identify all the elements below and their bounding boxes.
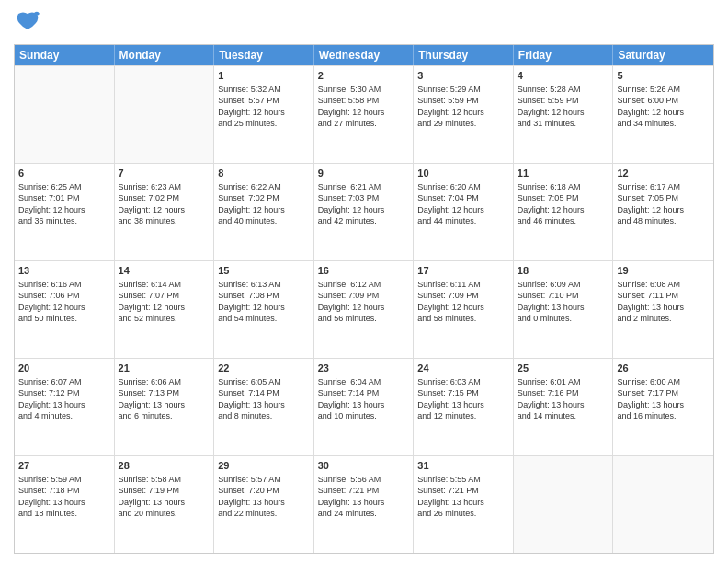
cell-content: Sunrise: 6:11 AM Sunset: 7:09 PM Dayligh… <box>417 279 509 324</box>
day-number: 27 <box>18 459 110 472</box>
calendar-cell: 22Sunrise: 6:05 AM Sunset: 7:14 PM Dayli… <box>214 359 314 455</box>
calendar-row: 20Sunrise: 6:07 AM Sunset: 7:12 PM Dayli… <box>15 358 713 455</box>
day-number: 5 <box>617 69 710 82</box>
cell-content: Sunrise: 5:32 AM Sunset: 5:57 PM Dayligh… <box>218 84 310 129</box>
cell-content: Sunrise: 6:06 AM Sunset: 7:13 PM Dayligh… <box>119 376 210 421</box>
cell-content: Sunrise: 5:28 AM Sunset: 5:59 PM Dayligh… <box>518 84 609 129</box>
calendar-cell: 16Sunrise: 6:12 AM Sunset: 7:09 PM Dayli… <box>314 261 415 358</box>
cell-content: Sunrise: 5:58 AM Sunset: 7:19 PM Dayligh… <box>119 474 210 519</box>
cell-content: Sunrise: 5:26 AM Sunset: 6:00 PM Dayligh… <box>617 84 710 129</box>
calendar-cell <box>115 66 215 163</box>
calendar-cell <box>15 66 115 163</box>
day-number: 14 <box>119 264 210 277</box>
day-number: 2 <box>318 69 410 82</box>
day-number: 18 <box>518 264 609 277</box>
day-number: 3 <box>417 69 509 82</box>
cell-content: Sunrise: 5:29 AM Sunset: 5:59 PM Dayligh… <box>417 84 509 129</box>
day-number: 6 <box>18 167 110 179</box>
day-number: 13 <box>18 264 110 277</box>
cell-content: Sunrise: 6:18 AM Sunset: 7:05 PM Dayligh… <box>518 181 609 226</box>
day-of-week-header: Wednesday <box>314 45 415 65</box>
day-of-week-header: Thursday <box>414 45 514 65</box>
day-of-week-header: Tuesday <box>214 45 314 65</box>
calendar-cell: 26Sunrise: 6:00 AM Sunset: 7:17 PM Dayli… <box>613 359 713 455</box>
calendar-cell: 9Sunrise: 6:21 AM Sunset: 7:03 PM Daylig… <box>314 164 415 260</box>
day-number: 30 <box>318 459 410 472</box>
cell-content: Sunrise: 6:03 AM Sunset: 7:15 PM Dayligh… <box>417 376 509 421</box>
cell-content: Sunrise: 5:57 AM Sunset: 7:20 PM Dayligh… <box>218 474 310 519</box>
calendar-row: 27Sunrise: 5:59 AM Sunset: 7:18 PM Dayli… <box>15 455 713 553</box>
cell-content: Sunrise: 6:12 AM Sunset: 7:09 PM Dayligh… <box>318 279 410 324</box>
calendar-cell: 14Sunrise: 6:14 AM Sunset: 7:07 PM Dayli… <box>115 261 215 358</box>
calendar-cell: 25Sunrise: 6:01 AM Sunset: 7:16 PM Dayli… <box>514 359 614 455</box>
cell-content: Sunrise: 6:25 AM Sunset: 7:01 PM Dayligh… <box>18 181 110 226</box>
cell-content: Sunrise: 6:04 AM Sunset: 7:14 PM Dayligh… <box>318 376 410 421</box>
day-number: 8 <box>218 167 310 179</box>
calendar-cell: 20Sunrise: 6:07 AM Sunset: 7:12 PM Dayli… <box>15 359 115 455</box>
day-of-week-header: Sunday <box>15 45 115 65</box>
calendar-row: 6Sunrise: 6:25 AM Sunset: 7:01 PM Daylig… <box>15 163 713 260</box>
day-number: 21 <box>119 362 210 374</box>
calendar-row: 1Sunrise: 5:32 AM Sunset: 5:57 PM Daylig… <box>15 65 713 163</box>
cell-content: Sunrise: 6:01 AM Sunset: 7:16 PM Dayligh… <box>518 376 609 421</box>
logo <box>14 9 45 37</box>
day-number: 17 <box>417 264 509 277</box>
day-of-week-header: Friday <box>514 45 614 65</box>
calendar-cell: 19Sunrise: 6:08 AM Sunset: 7:11 PM Dayli… <box>613 261 713 358</box>
day-number: 29 <box>218 459 310 472</box>
calendar-cell <box>514 456 614 553</box>
cell-content: Sunrise: 5:56 AM Sunset: 7:21 PM Dayligh… <box>318 474 410 519</box>
calendar-cell: 2Sunrise: 5:30 AM Sunset: 5:58 PM Daylig… <box>314 66 415 163</box>
cell-content: Sunrise: 6:00 AM Sunset: 7:17 PM Dayligh… <box>617 376 710 421</box>
calendar-body: 1Sunrise: 5:32 AM Sunset: 5:57 PM Daylig… <box>15 65 713 553</box>
day-number: 19 <box>617 264 710 277</box>
day-number: 25 <box>518 362 609 374</box>
calendar-cell: 27Sunrise: 5:59 AM Sunset: 7:18 PM Dayli… <box>15 456 115 553</box>
day-number: 26 <box>617 362 710 374</box>
calendar-cell: 28Sunrise: 5:58 AM Sunset: 7:19 PM Dayli… <box>115 456 215 553</box>
calendar-cell: 17Sunrise: 6:11 AM Sunset: 7:09 PM Dayli… <box>414 261 514 358</box>
logo-icon <box>14 9 41 37</box>
calendar-cell: 21Sunrise: 6:06 AM Sunset: 7:13 PM Dayli… <box>115 359 215 455</box>
header <box>14 9 714 37</box>
calendar-cell: 18Sunrise: 6:09 AM Sunset: 7:10 PM Dayli… <box>514 261 614 358</box>
cell-content: Sunrise: 5:30 AM Sunset: 5:58 PM Dayligh… <box>318 84 410 129</box>
calendar-cell: 5Sunrise: 5:26 AM Sunset: 6:00 PM Daylig… <box>613 66 713 163</box>
calendar-cell: 12Sunrise: 6:17 AM Sunset: 7:05 PM Dayli… <box>613 164 713 260</box>
calendar-cell: 6Sunrise: 6:25 AM Sunset: 7:01 PM Daylig… <box>15 164 115 260</box>
cell-content: Sunrise: 6:16 AM Sunset: 7:06 PM Dayligh… <box>18 279 110 324</box>
calendar-cell: 31Sunrise: 5:55 AM Sunset: 7:21 PM Dayli… <box>414 456 514 553</box>
calendar: SundayMondayTuesdayWednesdayThursdayFrid… <box>14 44 714 554</box>
day-number: 9 <box>318 167 410 179</box>
day-number: 7 <box>119 167 210 179</box>
cell-content: Sunrise: 6:09 AM Sunset: 7:10 PM Dayligh… <box>518 279 609 324</box>
calendar-cell <box>613 456 713 553</box>
cell-content: Sunrise: 6:17 AM Sunset: 7:05 PM Dayligh… <box>617 181 710 226</box>
calendar-cell: 30Sunrise: 5:56 AM Sunset: 7:21 PM Dayli… <box>314 456 415 553</box>
calendar-cell: 4Sunrise: 5:28 AM Sunset: 5:59 PM Daylig… <box>514 66 614 163</box>
calendar-cell: 13Sunrise: 6:16 AM Sunset: 7:06 PM Dayli… <box>15 261 115 358</box>
cell-content: Sunrise: 6:21 AM Sunset: 7:03 PM Dayligh… <box>318 181 410 226</box>
calendar-cell: 24Sunrise: 6:03 AM Sunset: 7:15 PM Dayli… <box>414 359 514 455</box>
calendar-cell: 7Sunrise: 6:23 AM Sunset: 7:02 PM Daylig… <box>115 164 215 260</box>
cell-content: Sunrise: 6:23 AM Sunset: 7:02 PM Dayligh… <box>119 181 210 226</box>
calendar-row: 13Sunrise: 6:16 AM Sunset: 7:06 PM Dayli… <box>15 260 713 358</box>
cell-content: Sunrise: 6:13 AM Sunset: 7:08 PM Dayligh… <box>218 279 310 324</box>
day-number: 11 <box>518 167 609 179</box>
calendar-cell: 3Sunrise: 5:29 AM Sunset: 5:59 PM Daylig… <box>414 66 514 163</box>
day-number: 10 <box>417 167 509 179</box>
day-number: 31 <box>417 459 509 472</box>
cell-content: Sunrise: 6:20 AM Sunset: 7:04 PM Dayligh… <box>417 181 509 226</box>
cell-content: Sunrise: 5:55 AM Sunset: 7:21 PM Dayligh… <box>417 474 509 519</box>
cell-content: Sunrise: 6:07 AM Sunset: 7:12 PM Dayligh… <box>18 376 110 421</box>
day-number: 1 <box>218 69 310 82</box>
calendar-cell: 11Sunrise: 6:18 AM Sunset: 7:05 PM Dayli… <box>514 164 614 260</box>
day-number: 24 <box>417 362 509 374</box>
day-number: 12 <box>617 167 710 179</box>
calendar-cell: 10Sunrise: 6:20 AM Sunset: 7:04 PM Dayli… <box>414 164 514 260</box>
day-number: 20 <box>18 362 110 374</box>
cell-content: Sunrise: 6:08 AM Sunset: 7:11 PM Dayligh… <box>617 279 710 324</box>
day-number: 23 <box>318 362 410 374</box>
day-of-week-header: Saturday <box>613 45 713 65</box>
calendar-cell: 23Sunrise: 6:04 AM Sunset: 7:14 PM Dayli… <box>314 359 415 455</box>
